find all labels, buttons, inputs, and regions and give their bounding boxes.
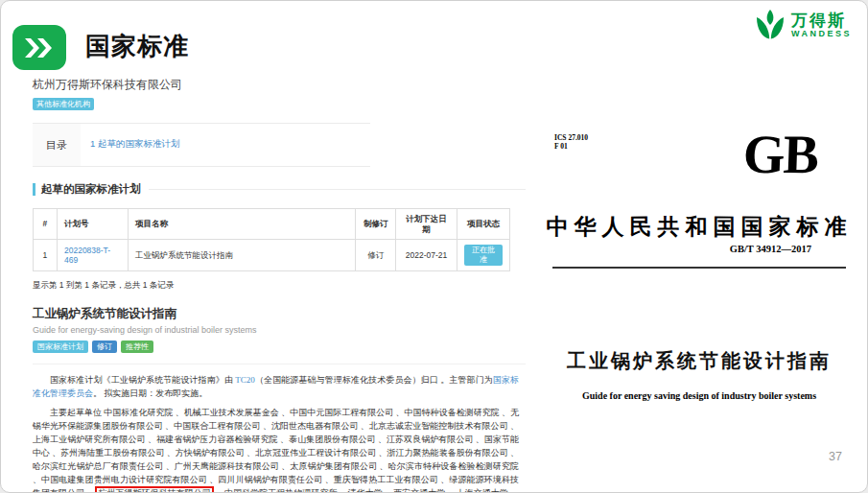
gb-header-title: 中华人民共和国国家标准 <box>539 212 859 242</box>
gb-logo: GB <box>742 123 818 185</box>
table-record-count: 显示第 1 到第 1 条记录，总共 1 条记录 <box>33 280 526 292</box>
gb-rule <box>552 267 846 269</box>
gb-standard-cover: ICS 27.010 F 01 GB 中华人民共和国国家标准 GB/T 3491… <box>539 120 859 431</box>
drafting-units-text: 主要起草单位 中国标准化研究院 、机械工业技术发展基金会 、中国中元国际工程有限… <box>33 408 519 493</box>
col-revision: 制修订 <box>356 209 396 240</box>
table-row: 1 20220838-T-469 工业锅炉系统节能设计指南 修订 2022-07… <box>34 240 510 271</box>
company-name: 杭州万得斯环保科技有限公司 <box>33 77 526 93</box>
plan-info-text: （全国能源基础与管理标准化技术委员会）归口 。主管部门为 <box>255 375 493 385</box>
brand-logo: 万得斯 WANDESS <box>754 9 852 43</box>
page-number: 37 <box>829 450 842 463</box>
brand-name-cn: 万得斯 <box>791 12 852 30</box>
standard-title-cn: 工业锅炉系统节能设计指南 <box>33 306 526 322</box>
gb-standard-code: GB/T 34912—2017 <box>730 244 811 254</box>
divider <box>33 364 526 364</box>
col-issue-date: 计划下达日期 <box>396 209 457 240</box>
paragraph-drafting-units: 主要起草单位 中国标准化研究院 、机械工业技术发展基金会 、中国中元国际工程有限… <box>33 406 519 493</box>
col-index: # <box>34 209 58 240</box>
slide: 国家标准 万得斯 WANDESS 杭州万得斯环保科技有限公司 其他标准化机构 目… <box>0 0 868 493</box>
plan-info-text: 。 拟实施日期：发布即实施。 <box>93 388 207 398</box>
standard-title-block: 工业锅炉系统节能设计指南 Guide for energy-saving des… <box>33 306 526 353</box>
badge-recommended: 推荐性 <box>121 340 153 353</box>
col-project-name: 项目名称 <box>128 209 355 240</box>
toc-label: 目录 <box>33 124 81 166</box>
gb-doc-title-en: Guide for energy saving design of indust… <box>539 390 859 401</box>
toc-panel: 目录 1 起草的国家标准计划 <box>33 123 370 167</box>
brand-name-en: WANDESS <box>791 30 852 38</box>
company-tag-badge: 其他标准化机构 <box>33 98 94 110</box>
paragraph-plan-info: 国家标准计划《工业锅炉系统节能设计指南》由 TC20（全国能源基础与管理标准化技… <box>33 373 519 400</box>
col-plan-no: 计划号 <box>57 209 128 240</box>
webpage-capture: 杭州万得斯环保科技有限公司 其他标准化机构 目录 1 起草的国家标准计划 起草的… <box>33 77 526 493</box>
toc-link[interactable]: 1 起草的国家标准计划 <box>90 138 179 149</box>
plant-icon <box>754 9 786 43</box>
section-accent-bar <box>33 183 35 196</box>
tc20-link[interactable]: TC20 <box>235 375 255 385</box>
plan-no-link[interactable]: 20220838-T-469 <box>64 246 110 266</box>
table-header-row: # 计划号 项目名称 制修订 计划下达日期 项目状态 <box>34 209 510 240</box>
badge-national-plan: 国家标准计划 <box>33 340 88 353</box>
status-badge: 正在批准 <box>464 245 503 266</box>
standard-title-en: Guide for energy-saving design of indust… <box>33 325 526 335</box>
col-status: 项目状态 <box>457 209 510 240</box>
plan-info-text: 国家标准计划《工业锅炉系统节能设计指南》由 <box>50 375 235 385</box>
cell-issue-date: 2022-07-21 <box>396 240 457 271</box>
red-highlight-box-company: 杭州万得斯环保科技有限公司 <box>95 486 213 493</box>
double-chevron-icon <box>12 25 66 70</box>
section-rule <box>149 189 527 190</box>
plans-table: # 计划号 项目名称 制修订 计划下达日期 项目状态 1 20220838-T-… <box>33 208 510 271</box>
gb-doc-title-cn: 工业锅炉系统节能设计指南 <box>539 348 859 374</box>
section-header: 起草的国家标准计划 <box>33 182 526 197</box>
ics-code: ICS 27.010 F 01 <box>554 133 588 151</box>
cell-index: 1 <box>34 240 58 271</box>
badge-revision: 修订 <box>92 340 117 353</box>
cell-revision: 修订 <box>356 240 396 271</box>
page-title: 国家标准 <box>85 30 189 63</box>
cell-project-name: 工业锅炉系统节能设计指南 <box>128 240 355 271</box>
section-title: 起草的国家标准计划 <box>41 182 141 197</box>
